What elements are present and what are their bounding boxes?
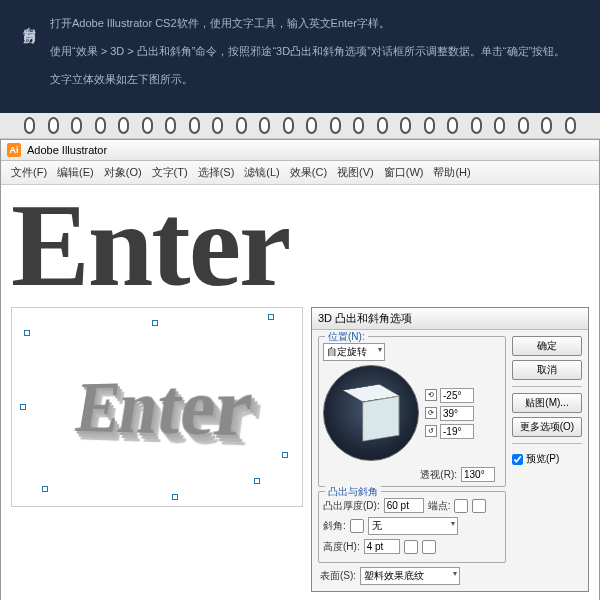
- illustrator-window: Ai Adobe Illustrator 文件(F) 编辑(E) 对象(O) 文…: [0, 139, 600, 600]
- preview-checkbox[interactable]: 预览(P): [512, 452, 582, 466]
- enter-3d-text: Enter: [71, 359, 258, 457]
- map-art-button[interactable]: 贴图(M)...: [512, 393, 582, 413]
- spiral-binding: [0, 113, 600, 139]
- tutorial-p3: 文字立体效果如左下图所示。: [50, 70, 580, 90]
- ok-button[interactable]: 确定: [512, 336, 582, 356]
- tutorial-p1: 打开Adobe Illustrator CS2软件，使用文字工具，输入英文Ent…: [50, 14, 580, 34]
- menu-type[interactable]: 文字(T): [148, 164, 192, 181]
- menu-select[interactable]: 选择(S): [194, 164, 239, 181]
- more-options-button[interactable]: 更多选项(O): [512, 417, 582, 437]
- menu-effect[interactable]: 效果(C): [286, 164, 331, 181]
- extrude-legend: 凸出与斜角: [325, 485, 381, 499]
- tutorial-p2: 使用“效果 > 3D > 凸出和斜角”命令，按照邪途“3D凸出和斜角选项”对话框…: [50, 42, 580, 62]
- menu-help[interactable]: 帮助(H): [429, 164, 474, 181]
- bevel-label: 斜角:: [323, 519, 346, 533]
- dialog-title: 3D 凸出和斜角选项: [312, 308, 588, 330]
- depth-label: 凸出厚度(D):: [323, 499, 380, 513]
- perspective-label: 透视(R):: [420, 468, 457, 482]
- cap-label: 端点:: [428, 499, 451, 513]
- axis-y-icon: ⟳: [425, 407, 437, 419]
- ai-logo-icon: Ai: [7, 143, 21, 157]
- bevel-combo[interactable]: 无: [368, 517, 458, 535]
- selection-handle[interactable]: [20, 404, 26, 410]
- depth-input[interactable]: 60 pt: [384, 498, 424, 513]
- height-input[interactable]: 4 pt: [364, 539, 400, 554]
- canvas: Enter Enter 3D 凸出和斜角选项 位置(N):: [1, 185, 599, 600]
- perspective-input[interactable]: 130°: [461, 467, 495, 482]
- cap-on-icon[interactable]: [454, 499, 468, 513]
- enter-3d-preview[interactable]: Enter: [11, 307, 303, 507]
- rotate-x-input[interactable]: -25°: [440, 388, 474, 403]
- tutorial-body: 打开Adobe Illustrator CS2软件，使用文字工具，输入英文Ent…: [50, 14, 580, 97]
- position-fieldset: 位置(N): 自定旋转: [318, 336, 506, 487]
- position-legend: 位置(N):: [325, 330, 368, 344]
- flat-enter-text: Enter: [11, 187, 589, 305]
- app-title: Adobe Illustrator: [27, 144, 107, 156]
- selection-handle[interactable]: [152, 320, 158, 326]
- menu-view[interactable]: 视图(V): [333, 164, 378, 181]
- position-combo[interactable]: 自定旋转: [323, 343, 385, 361]
- selection-handle[interactable]: [172, 494, 178, 500]
- menu-file[interactable]: 文件(F): [7, 164, 51, 181]
- bevel-preview-icon: [350, 519, 364, 533]
- rotation-trackball[interactable]: [323, 365, 419, 461]
- selection-handle[interactable]: [254, 478, 260, 484]
- axis-x-icon: ⟲: [425, 389, 437, 401]
- extrude-fieldset: 凸出与斜角 凸出厚度(D): 60 pt 端点: 斜角:: [318, 491, 506, 563]
- preview-checkbox-input[interactable]: [512, 454, 523, 465]
- rotate-y-input[interactable]: 39°: [440, 406, 474, 421]
- cap-off-icon[interactable]: [472, 499, 486, 513]
- axis-z-icon: ↺: [425, 425, 437, 437]
- extrude-bevel-dialog: 3D 凸出和斜角选项 位置(N): 自定旋转: [311, 307, 589, 592]
- tutorial-title: 自制台历: [20, 14, 38, 97]
- menu-filter[interactable]: 滤镜(L): [240, 164, 283, 181]
- surface-combo[interactable]: 塑料效果底纹: [360, 567, 460, 585]
- bevel-out-icon[interactable]: [422, 540, 436, 554]
- cube-icon: [352, 390, 389, 436]
- surface-label: 表面(S):: [320, 569, 356, 583]
- menu-edit[interactable]: 编辑(E): [53, 164, 98, 181]
- height-label: 高度(H):: [323, 540, 360, 554]
- menu-window[interactable]: 窗口(W): [380, 164, 428, 181]
- bevel-in-icon[interactable]: [404, 540, 418, 554]
- selection-handle[interactable]: [42, 486, 48, 492]
- selection-handle[interactable]: [268, 314, 274, 320]
- selection-handle[interactable]: [24, 330, 30, 336]
- titlebar: Ai Adobe Illustrator: [1, 140, 599, 161]
- cancel-button[interactable]: 取消: [512, 360, 582, 380]
- preview-label: 预览(P): [526, 452, 559, 466]
- selection-handle[interactable]: [282, 452, 288, 458]
- rotate-z-input[interactable]: -19°: [440, 424, 474, 439]
- menu-object[interactable]: 对象(O): [100, 164, 146, 181]
